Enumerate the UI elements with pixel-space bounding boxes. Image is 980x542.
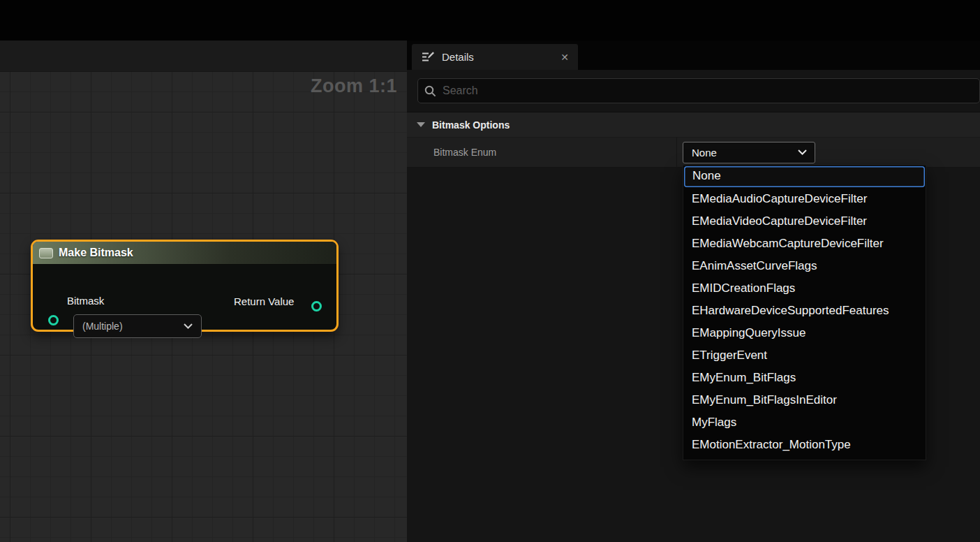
property-label: Bitmask Enum (407, 138, 677, 167)
close-icon[interactable]: ✕ (560, 52, 569, 63)
dropdown-option[interactable]: EMotionExtractor_MotionType (683, 434, 926, 456)
bitmask-value-dropdown[interactable]: (Multiple) (73, 314, 202, 338)
unreal-editor-window: Zoom 1:1 Make Bitmask Bitmask (Multiple)… (0, 0, 980, 542)
tab-bar: Details ✕ (407, 41, 980, 70)
dropdown-option[interactable]: EMediaAudioCaptureDeviceFilter (683, 188, 926, 210)
tab-details[interactable]: Details ✕ (412, 44, 578, 70)
section-bitmask-options[interactable]: Bitmask Options (407, 112, 980, 138)
details-panel: Details ✕ Bitmask Options Bitmask Enum N… (407, 41, 980, 542)
dropdown-option[interactable]: EMyEnum_BitFlags (683, 367, 926, 389)
chevron-down-icon (184, 323, 193, 329)
enum-dropdown-menu: None EMediaAudioCaptureDeviceFilter EMed… (683, 165, 926, 460)
dropdown-option[interactable]: EMIDCreationFlags (683, 277, 926, 300)
node-title: Make Bitmask (59, 247, 133, 259)
graph-top-strip (0, 41, 407, 72)
search-input[interactable] (443, 85, 973, 97)
expander-arrow-icon[interactable] (417, 122, 425, 127)
output-pin-label: Return Value (234, 295, 294, 307)
top-menu-bar (0, 0, 980, 41)
dropdown-option[interactable]: EMediaWebcamCaptureDeviceFilter (683, 233, 926, 255)
input-pin-label: Bitmask (67, 295, 104, 307)
bitmask-value-text: (Multiple) (82, 321, 123, 332)
return-value-output-pin-icon[interactable] (311, 301, 322, 312)
dropdown-option-selected[interactable]: None (684, 166, 925, 187)
zoom-indicator: Zoom 1:1 (311, 75, 397, 97)
dropdown-option[interactable]: ETriggerEvent (683, 344, 926, 367)
section-title: Bitmask Options (432, 119, 510, 131)
blueprint-graph-canvas[interactable]: Zoom 1:1 Make Bitmask Bitmask (Multiple)… (0, 41, 407, 542)
property-value-cell: None (677, 142, 980, 163)
bitmask-enum-dropdown[interactable]: None (683, 142, 815, 163)
search-box (417, 78, 980, 103)
search-icon (424, 85, 436, 97)
dropdown-option[interactable]: EHardwareDeviceSupportedFeatures (683, 300, 926, 322)
make-bitmask-node[interactable]: Make Bitmask Bitmask (Multiple) Return V… (31, 240, 339, 332)
dropdown-option[interactable]: MyFlags (683, 411, 926, 434)
node-body: Bitmask (Multiple) Return Value (33, 265, 336, 330)
details-icon (421, 51, 435, 63)
dropdown-option[interactable]: EAnimAssetCurveFlags (683, 255, 926, 277)
bitmask-input-pin-icon[interactable] (48, 315, 59, 325)
chevron-down-icon (798, 149, 807, 155)
dropdown-option[interactable]: EMediaVideoCaptureDeviceFilter (683, 210, 926, 233)
dropdown-option[interactable]: EMappingQueryIssue (683, 322, 926, 344)
struct-icon (39, 248, 53, 258)
search-row (407, 70, 980, 112)
tab-title: Details (442, 51, 474, 63)
dropdown-option[interactable]: EMyEnum_BitFlagsInEditor (683, 389, 926, 411)
node-header: Make Bitmask (33, 242, 336, 265)
property-row-bitmask-enum: Bitmask Enum None (407, 138, 980, 168)
combo-selected-value: None (692, 147, 717, 159)
